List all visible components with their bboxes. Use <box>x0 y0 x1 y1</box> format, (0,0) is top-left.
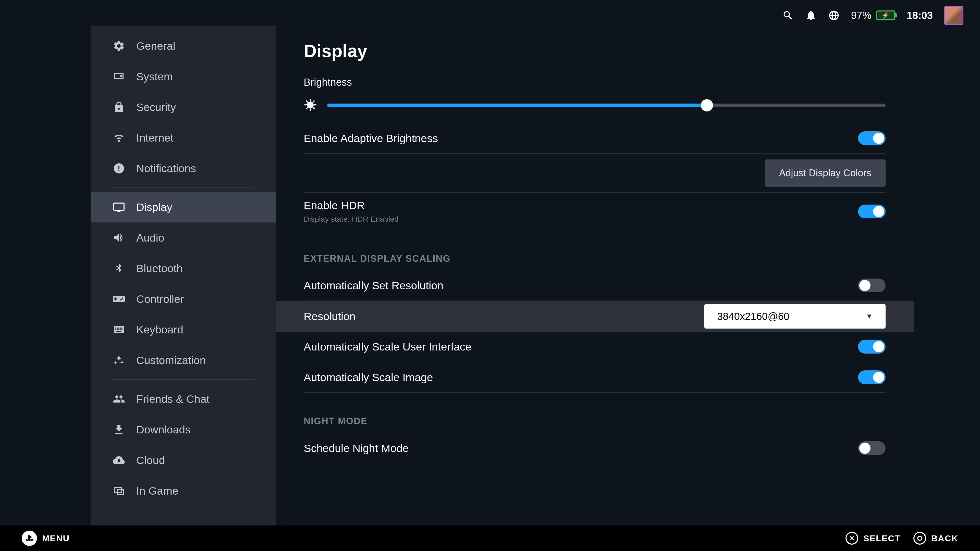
brightness-row: Brightness <box>304 76 886 123</box>
sidebar-item-label: Keyboard <box>136 324 183 336</box>
adjust-colors-row: Adjust Display Colors <box>304 154 886 193</box>
adaptive-brightness-label: Enable Adaptive Brightness <box>304 132 438 144</box>
schedule-night-mode-toggle[interactable] <box>858 441 886 455</box>
circle-button-icon <box>913 532 926 545</box>
sidebar-item-system[interactable]: System <box>91 61 275 92</box>
menu-hint[interactable]: MENU <box>22 530 70 546</box>
auto-scale-image-label: Automatically Scale Image <box>304 371 433 384</box>
auto-set-resolution-label: Automatically Set Resolution <box>304 279 443 292</box>
auto-scale-image-row: Automatically Scale Image <box>304 362 886 393</box>
overlay-icon <box>112 484 126 497</box>
brightness-slider[interactable] <box>327 103 886 107</box>
sidebar-item-label: Display <box>136 201 172 213</box>
sidebar-item-general[interactable]: General <box>91 30 275 61</box>
svg-rect-0 <box>120 75 122 77</box>
sidebar-item-label: Notifications <box>136 162 196 175</box>
resolution-label: Resolution <box>304 310 355 323</box>
auto-set-resolution-row: Automatically Set Resolution <box>304 270 886 301</box>
adjust-display-colors-button[interactable]: Adjust Display Colors <box>765 159 886 187</box>
x-button-icon: ✕ <box>845 532 858 545</box>
sparkle-icon <box>112 354 126 367</box>
sidebar-item-label: Downloads <box>136 424 191 436</box>
sidebar-item-label: Controller <box>136 293 184 305</box>
schedule-night-mode-label: Schedule Night Mode <box>304 442 409 454</box>
wifi-icon <box>112 131 126 144</box>
sidebar-item-customization[interactable]: Customization <box>91 345 275 375</box>
sidebar: General System Security Internet Notific… <box>0 0 275 526</box>
hdr-row: Enable HDR Display state: HDR Enabled <box>304 193 886 230</box>
sidebar-divider <box>112 187 255 188</box>
resolution-value: 3840x2160@60 <box>717 311 789 322</box>
sidebar-divider <box>112 380 255 380</box>
select-hint-label: SELECT <box>863 534 900 543</box>
sidebar-item-label: General <box>136 40 175 52</box>
auto-scale-ui-row: Automatically Scale User Interface <box>304 332 886 362</box>
sidebar-item-controller[interactable]: Controller <box>91 284 275 314</box>
sidebar-item-bluetooth[interactable]: Bluetooth <box>91 253 275 284</box>
cloud-icon <box>112 454 126 467</box>
adaptive-brightness-row: Enable Adaptive Brightness <box>304 123 886 154</box>
download-icon <box>112 423 126 436</box>
sidebar-item-label: Friends & Chat <box>136 393 210 405</box>
menu-hint-label: MENU <box>42 534 70 543</box>
clock: 18:03 <box>907 10 933 21</box>
back-hint[interactable]: BACK <box>913 532 958 545</box>
settings-content: Display Brightness Enable Adaptive Brigh… <box>275 0 980 526</box>
resolution-row: Resolution 3840x2160@60 ▼ <box>275 301 914 332</box>
sidebar-item-audio[interactable]: Audio <box>91 222 275 253</box>
sidebar-item-cloud[interactable]: Cloud <box>91 445 275 475</box>
page-title: Display <box>304 41 886 61</box>
ps-icon <box>22 530 37 546</box>
sidebar-item-keyboard[interactable]: Keyboard <box>91 314 275 345</box>
sidebar-item-internet[interactable]: Internet <box>91 122 275 153</box>
device-icon <box>112 70 126 83</box>
speaker-icon <box>112 231 126 245</box>
globe-icon[interactable] <box>828 10 840 21</box>
bell-icon[interactable] <box>805 10 817 21</box>
auto-scale-ui-label: Automatically Scale User Interface <box>304 341 471 353</box>
search-icon[interactable] <box>782 10 794 21</box>
auto-scale-ui-toggle[interactable] <box>858 340 886 354</box>
sidebar-item-label: In Game <box>136 485 178 497</box>
adaptive-brightness-toggle[interactable] <box>858 131 886 145</box>
sidebar-item-downloads[interactable]: Downloads <box>91 414 275 445</box>
avatar[interactable] <box>944 6 963 25</box>
monitor-icon <box>112 200 126 214</box>
brightness-label: Brightness <box>304 76 886 88</box>
people-icon <box>112 392 126 406</box>
battery-status: 97% ⚡ <box>851 10 895 21</box>
schedule-night-mode-row: Schedule Night Mode <box>304 433 886 464</box>
select-hint[interactable]: ✕ SELECT <box>845 532 900 545</box>
night-mode-heading: NIGHT MODE <box>304 416 886 427</box>
chevron-down-icon: ▼ <box>865 312 873 321</box>
sidebar-item-label: Internet <box>136 132 173 144</box>
auto-scale-image-toggle[interactable] <box>858 370 886 384</box>
lock-icon <box>112 100 126 114</box>
bluetooth-icon <box>112 262 126 275</box>
sidebar-item-label: Audio <box>136 232 164 244</box>
auto-set-resolution-toggle[interactable] <box>858 279 886 292</box>
sidebar-item-label: Bluetooth <box>136 262 183 275</box>
resolution-dropdown[interactable]: 3840x2160@60 ▼ <box>704 304 886 329</box>
alert-icon <box>112 162 126 175</box>
battery-icon: ⚡ <box>876 11 895 20</box>
hdr-toggle[interactable] <box>858 205 886 218</box>
sun-icon <box>304 98 317 113</box>
gear-icon <box>112 39 126 52</box>
sidebar-item-label: System <box>136 70 173 83</box>
external-display-scaling-heading: EXTERNAL DISPLAY SCALING <box>304 253 886 264</box>
sidebar-item-friends[interactable]: Friends & Chat <box>91 384 275 414</box>
bottom-bar: MENU ✕ SELECT BACK <box>0 526 980 551</box>
gamepad-icon <box>112 292 126 306</box>
sidebar-item-display[interactable]: Display <box>91 192 275 222</box>
hdr-sublabel: Display state: HDR Enabled <box>304 215 399 224</box>
keyboard-icon <box>112 323 126 336</box>
sidebar-item-security[interactable]: Security <box>91 92 275 122</box>
hdr-label: Enable HDR <box>304 199 399 212</box>
battery-pct: 97% <box>851 10 872 21</box>
sidebar-item-ingame[interactable]: In Game <box>91 475 275 506</box>
sidebar-item-label: Security <box>136 101 176 114</box>
sidebar-item-notifications[interactable]: Notifications <box>91 153 275 184</box>
back-hint-label: BACK <box>931 534 958 543</box>
sidebar-item-label: Cloud <box>136 454 165 467</box>
